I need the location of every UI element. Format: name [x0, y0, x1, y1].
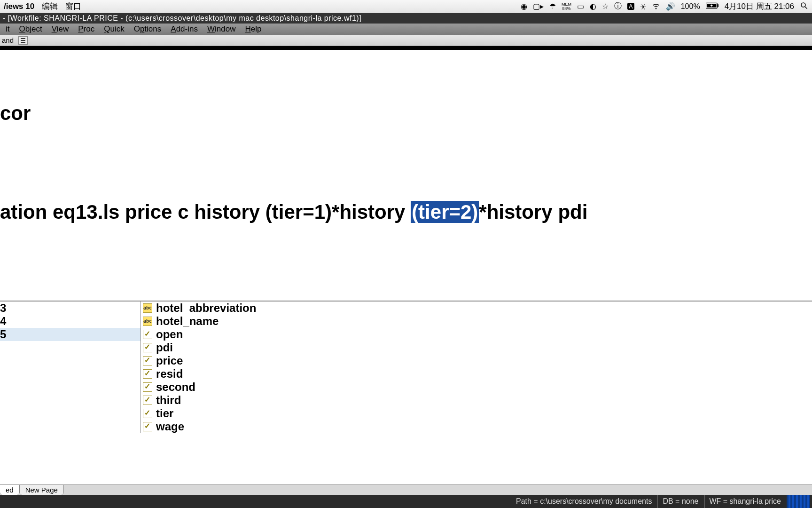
command-selection: (tier=2) [411, 201, 479, 223]
left-row[interactable]: 5 [0, 328, 141, 341]
object-row[interactable]: second [141, 381, 812, 394]
object-name: price [156, 354, 183, 367]
object-list-pane: abchotel_abbreviationabchotel_nameopenpd… [141, 302, 812, 433]
menu-object[interactable]: Object [16, 24, 46, 34]
menu-options[interactable]: Options [130, 24, 165, 34]
svg-point-3 [801, 3, 805, 7]
left-row[interactable]: 3 [0, 302, 141, 315]
series-object-icon [143, 409, 152, 418]
object-name: open [156, 328, 183, 341]
series-object-icon [143, 356, 152, 365]
menu-addins[interactable]: Add-ins [167, 24, 202, 34]
left-row[interactable]: 4 [0, 315, 141, 328]
clock[interactable]: 4月10日 周五 21:06 [725, 1, 794, 12]
command-line-2-before: ation eq13.ls price c history (tier=1)*h… [0, 201, 411, 223]
object-row[interactable]: resid [141, 367, 812, 381]
series-object-icon [143, 369, 152, 379]
series-object-icon [143, 343, 152, 352]
menu-help[interactable]: Help [241, 24, 265, 34]
series-object-icon [143, 382, 152, 392]
mac-menu-edit[interactable]: 编辑 [42, 1, 58, 12]
bluetooth-icon[interactable]: ⚹ [640, 2, 646, 11]
object-row[interactable]: wage [141, 420, 812, 433]
series-object-icon [143, 422, 152, 431]
series-object-icon [143, 396, 152, 405]
toolbar-button[interactable] [18, 36, 28, 45]
workfile-body: 345 abchotel_abbreviationabchotel_nameop… [0, 301, 812, 433]
status-path: Path = c:\users\crossover\my documents [511, 495, 656, 508]
object-row[interactable]: abchotel_abbreviation [141, 302, 812, 315]
object-name: tier [156, 407, 173, 420]
spotlight-icon[interactable] [800, 1, 808, 12]
separator-strip [0, 46, 812, 50]
star-icon: ☆ [602, 2, 609, 11]
object-row[interactable]: pdi [141, 341, 812, 354]
page-tabs: edNew Page [0, 484, 812, 495]
object-row[interactable]: third [141, 394, 812, 407]
series-object-icon [143, 330, 152, 339]
status-db: DB = none [657, 495, 703, 508]
page-tab[interactable]: New Page [19, 484, 64, 495]
command-line-2-after: *history pdi [479, 201, 587, 223]
object-name: pdi [156, 341, 173, 354]
mac-menubar: /iews 10 编辑 窗口 ◉ ▢▸ ☂ MEM 84% ▭ ◐ ☆ ⓘ A … [0, 0, 812, 13]
mac-menu-window[interactable]: 窗口 [65, 1, 81, 12]
app-menubar: it Object View Proc Quick Options Add-in… [0, 24, 812, 35]
umbrella-icon: ☂ [549, 2, 556, 11]
command-editor[interactable]: cor ation eq13.ls price c history (tier=… [0, 50, 812, 278]
object-name: second [156, 381, 195, 394]
battery-icon [706, 2, 719, 11]
toolbar: and [0, 35, 812, 46]
display-icon: ▭ [577, 2, 584, 11]
record-icon: ◉ [521, 2, 527, 11]
object-name: wage [156, 420, 184, 433]
menu-edit[interactable]: it [2, 24, 14, 34]
svg-rect-2 [718, 4, 718, 7]
object-row[interactable]: tier [141, 407, 812, 420]
object-name: resid [156, 367, 183, 381]
menu-view[interactable]: View [48, 24, 73, 34]
app-icon: ◐ [590, 2, 596, 11]
info-icon: ⓘ [614, 1, 622, 11]
svg-line-4 [805, 7, 807, 9]
command-line-1: cor [0, 102, 31, 124]
window-titlebar: - [Workfile: SHANGRI-LA PRICE - (c:\user… [0, 13, 812, 24]
status-wf: WF = shangri-la price [704, 495, 786, 508]
object-row[interactable]: open [141, 328, 812, 341]
screen-icon: ▢▸ [533, 2, 544, 11]
menu-proc[interactable]: Proc [74, 24, 98, 34]
window-title: - [Workfile: SHANGRI-LA PRICE - (c:\user… [3, 14, 361, 23]
status-end-decor [787, 495, 810, 508]
object-row[interactable]: abchotel_name [141, 315, 812, 328]
object-name: hotel_abbreviation [156, 302, 256, 315]
object-name: third [156, 394, 181, 407]
menu-quick[interactable]: Quick [100, 24, 128, 34]
object-name: hotel_name [156, 315, 219, 328]
page-tab[interactable]: ed [0, 484, 20, 495]
volume-icon[interactable]: 🔊 [666, 2, 675, 11]
memory-indicator: MEM 84% [562, 2, 571, 10]
object-row[interactable]: price [141, 354, 812, 367]
wifi-icon[interactable] [652, 1, 660, 12]
status-bar: Path = c:\users\crossover\my documents D… [0, 495, 812, 508]
alpha-object-icon: abc [143, 303, 152, 313]
command-label: and [0, 36, 16, 44]
mac-app-name: /iews 10 [4, 2, 34, 11]
alpha-object-icon: abc [143, 317, 152, 326]
input-source-icon[interactable]: A [627, 3, 634, 10]
battery-percent: 100% [681, 2, 700, 11]
menu-window[interactable]: Window [203, 24, 239, 34]
left-pane: 345 [0, 302, 141, 433]
